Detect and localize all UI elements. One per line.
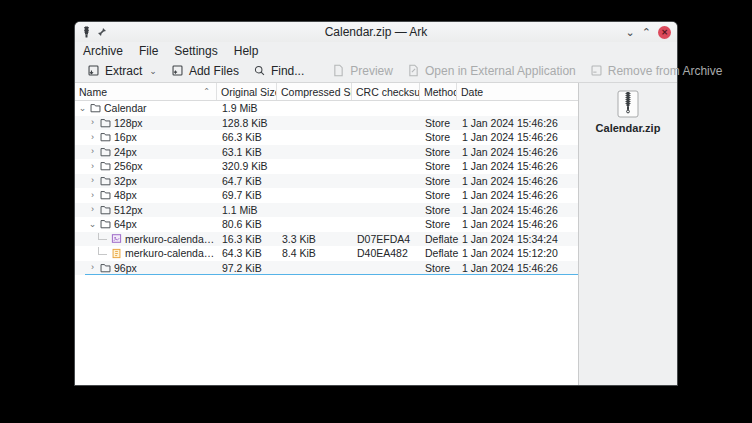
add-files-label: Add Files bbox=[189, 64, 239, 78]
table-row[interactable]: 48px 69.7 KiB Store 1 Jan 2024 15:46:26 bbox=[75, 188, 578, 203]
remove-from-archive-label: Remove from Archive bbox=[608, 64, 723, 78]
name-cell: 48px bbox=[75, 189, 217, 201]
date-cell: 1 Jan 2024 15:46:26 bbox=[457, 146, 578, 158]
entry-name: 128px bbox=[114, 117, 143, 129]
menubar: Archive File Settings Help bbox=[75, 42, 677, 59]
crc-checksum-cell: D40EA482 bbox=[352, 247, 420, 259]
table-row[interactable]: 512px 1.1 MiB Store 1 Jan 2024 15:46:26 bbox=[75, 203, 578, 218]
find-button[interactable]: Find... bbox=[247, 62, 310, 80]
ark-window: Calendar.zip — Ark ⌄ ⌃ ✕ Archive File Se… bbox=[75, 22, 677, 385]
extract-button[interactable]: Extract ⌄ bbox=[81, 62, 163, 80]
folder-icon bbox=[100, 263, 111, 273]
table-row[interactable]: 256px 320.9 KiB Store 1 Jan 2024 15:46:2… bbox=[75, 159, 578, 174]
remove-icon bbox=[590, 64, 603, 77]
folder-icon bbox=[100, 219, 111, 229]
table-row[interactable]: merkuro-calendar-64px.svg 64.3 KiB 8.4 K… bbox=[75, 246, 578, 261]
maximize-icon[interactable]: ⌃ bbox=[642, 27, 651, 38]
menu-file[interactable]: File bbox=[139, 44, 158, 58]
date-cell: 1 Jan 2024 15:46:26 bbox=[457, 160, 578, 172]
table-row[interactable]: 32px 64.7 KiB Store 1 Jan 2024 15:46:26 bbox=[75, 174, 578, 189]
expander-chevron-icon[interactable] bbox=[88, 263, 97, 272]
desktop: { "window": { "title": "Calendar.zip — A… bbox=[0, 0, 752, 423]
table-row[interactable]: Calendar 1.9 MiB bbox=[75, 101, 578, 116]
name-cell: 64px bbox=[75, 218, 217, 230]
table-header: Name ⌃ Original Size Compressed Size CRC… bbox=[75, 83, 578, 101]
column-header-compressed-size[interactable]: Compressed Size bbox=[277, 83, 352, 100]
zip-file-icon bbox=[616, 90, 640, 118]
chevron-down-icon[interactable]: ⌄ bbox=[149, 66, 157, 76]
folder-icon bbox=[100, 190, 111, 200]
name-cell: 512px bbox=[75, 204, 217, 216]
info-panel: Calendar.zip bbox=[578, 83, 677, 385]
table-row[interactable]: 16px 66.3 KiB Store 1 Jan 2024 15:46:26 bbox=[75, 130, 578, 145]
find-label: Find... bbox=[271, 64, 304, 78]
date-cell: 1 Jan 2024 15:46:26 bbox=[457, 117, 578, 129]
expander-chevron-icon[interactable] bbox=[88, 191, 97, 200]
menu-help[interactable]: Help bbox=[234, 44, 259, 58]
expander-chevron-icon[interactable] bbox=[88, 220, 97, 229]
table-row[interactable]: 24px 63.1 KiB Store 1 Jan 2024 15:46:26 bbox=[75, 145, 578, 160]
original-size-cell: 1.1 MiB bbox=[217, 204, 277, 216]
name-cell: merkuro-calendar-64px.svg bbox=[75, 247, 217, 259]
column-header-method[interactable]: Method bbox=[420, 83, 457, 100]
entry-name: 32px bbox=[114, 175, 137, 187]
table-row[interactable]: merkuro-calendar-64px.png 16.3 KiB 3.3 K… bbox=[75, 232, 578, 247]
original-size-cell: 1.9 MiB bbox=[217, 102, 277, 114]
pin-icon[interactable] bbox=[97, 27, 107, 37]
remove-from-archive-button[interactable]: Remove from Archive bbox=[584, 62, 729, 80]
entry-name: 512px bbox=[114, 204, 143, 216]
table-body: Calendar 1.9 MiB 128px 128.8 KiB Store 1… bbox=[75, 101, 578, 385]
preview-label: Preview bbox=[350, 64, 393, 78]
window-title: Calendar.zip — Ark bbox=[75, 25, 677, 39]
compressed-size-cell: 3.3 KiB bbox=[277, 233, 352, 245]
expander-chevron-icon[interactable] bbox=[88, 147, 97, 156]
entry-name: merkuro-calendar-64px.png bbox=[125, 233, 217, 245]
column-header-crc-checksum[interactable]: CRC checksum bbox=[352, 83, 420, 100]
entry-name: merkuro-calendar-64px.svg bbox=[125, 247, 217, 259]
entry-name: 256px bbox=[114, 160, 143, 172]
expander-chevron-icon[interactable] bbox=[88, 205, 97, 214]
open-external-button[interactable]: Open in External Application bbox=[401, 62, 582, 80]
folder-icon bbox=[90, 103, 101, 113]
crc-checksum-cell: D07EFDA4 bbox=[352, 233, 420, 245]
add-files-button[interactable]: Add Files bbox=[165, 62, 245, 80]
name-cell: 32px bbox=[75, 175, 217, 187]
table-row[interactable]: 96px 97.2 KiB Store 1 Jan 2024 15:46:26 bbox=[75, 261, 578, 276]
preview-button[interactable]: Preview bbox=[326, 62, 399, 80]
minimize-icon[interactable]: ⌄ bbox=[626, 27, 635, 38]
method-cell: Store bbox=[420, 218, 457, 230]
entry-name: 16px bbox=[114, 131, 137, 143]
titlebar[interactable]: Calendar.zip — Ark ⌄ ⌃ ✕ bbox=[75, 22, 677, 42]
method-cell: Store bbox=[420, 131, 457, 143]
expander-chevron-icon[interactable] bbox=[78, 104, 87, 113]
png-file-icon bbox=[111, 233, 122, 244]
sort-ascending-icon: ⌃ bbox=[203, 87, 212, 96]
extract-label: Extract bbox=[105, 64, 142, 78]
method-cell: Deflate bbox=[420, 233, 457, 245]
table-row[interactable]: 128px 128.8 KiB Store 1 Jan 2024 15:46:2… bbox=[75, 116, 578, 131]
toolbar: Extract ⌄ Add Files Find... Preview bbox=[75, 59, 677, 83]
column-header-name[interactable]: Name ⌃ bbox=[75, 83, 217, 100]
search-icon bbox=[253, 64, 266, 77]
preview-icon bbox=[332, 64, 345, 77]
open-external-icon bbox=[407, 64, 420, 77]
date-cell: 1 Jan 2024 15:46:26 bbox=[457, 262, 578, 274]
expander-chevron-icon[interactable] bbox=[88, 176, 97, 185]
archive-file-name: Calendar.zip bbox=[596, 122, 661, 134]
menu-archive[interactable]: Archive bbox=[83, 44, 123, 58]
menu-settings[interactable]: Settings bbox=[174, 44, 217, 58]
column-header-original-size[interactable]: Original Size bbox=[217, 83, 277, 100]
expander-chevron-icon[interactable] bbox=[88, 133, 97, 142]
method-cell: Deflate bbox=[420, 247, 457, 259]
close-icon[interactable]: ✕ bbox=[658, 26, 671, 39]
expander-chevron-icon[interactable] bbox=[88, 118, 97, 127]
date-cell: 1 Jan 2024 15:46:26 bbox=[457, 175, 578, 187]
original-size-cell: 128.8 KiB bbox=[217, 117, 277, 129]
column-header-date[interactable]: Date bbox=[457, 83, 578, 100]
expander-chevron-icon[interactable] bbox=[88, 162, 97, 171]
folder-icon bbox=[100, 132, 111, 142]
tree-branch bbox=[98, 247, 107, 255]
table-row[interactable]: 64px 80.6 KiB Store 1 Jan 2024 15:46:26 bbox=[75, 217, 578, 232]
date-cell: 1 Jan 2024 15:46:26 bbox=[457, 218, 578, 230]
date-cell: 1 Jan 2024 15:12:20 bbox=[457, 247, 578, 259]
